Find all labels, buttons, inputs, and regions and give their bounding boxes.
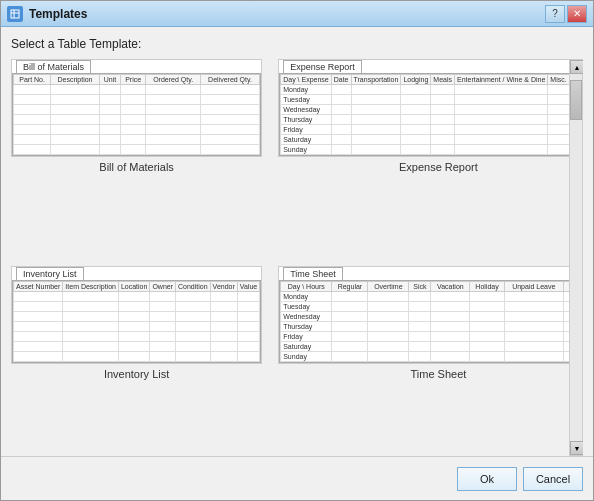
template-preview-bill-of-materials: Bill of Materials Part No. Description U…	[11, 59, 262, 157]
col-header: Date	[331, 75, 351, 85]
scrollbar-thumb[interactable]	[570, 80, 582, 120]
template-tab-bill-of-materials: Bill of Materials	[16, 60, 91, 73]
template-tab-time-sheet: Time Sheet	[283, 267, 343, 280]
scrollbar-track[interactable]: ▲ ▼	[569, 59, 583, 456]
help-button[interactable]: ?	[545, 5, 565, 23]
templates-scroll-area: Bill of Materials Part No. Description U…	[11, 59, 583, 456]
template-preview-time-sheet: Time Sheet Day \ Hours Regular Overtime …	[278, 266, 569, 364]
bottom-bar: Ok Cancel	[1, 456, 593, 500]
ok-button[interactable]: Ok	[457, 467, 517, 491]
scroll-down-button[interactable]: ▼	[570, 441, 583, 455]
window-icon	[7, 6, 23, 22]
col-header: Meals	[431, 75, 455, 85]
title-buttons: ? ✕	[545, 5, 587, 23]
col-header: Day \ Hours	[281, 281, 332, 291]
dialog-content: Select a Table Template: Bill of Materia…	[1, 27, 593, 456]
col-header: Holiday	[470, 281, 505, 291]
col-header: Unit	[99, 75, 120, 85]
template-item-bill-of-materials[interactable]: Bill of Materials Part No. Description U…	[11, 59, 262, 250]
template-item-inventory-list[interactable]: Inventory List Asset Number Item Descrip…	[11, 266, 262, 457]
col-header: Description	[51, 75, 100, 85]
col-header: Ordered Qty.	[146, 75, 201, 85]
template-preview-inventory-list: Inventory List Asset Number Item Descrip…	[11, 266, 262, 364]
templates-dialog: Templates ? ✕ Select a Table Template: B…	[0, 0, 594, 501]
template-item-expense-report[interactable]: Expense Report Day \ Expense Date Transp…	[278, 59, 569, 250]
col-header: Part No.	[14, 75, 51, 85]
col-header: Item Description	[63, 281, 119, 291]
col-header: Vacation	[431, 281, 470, 291]
col-header: Value	[237, 281, 259, 291]
col-header: Regular	[332, 281, 368, 291]
col-header: Location	[118, 281, 149, 291]
template-label-bill-of-materials: Bill of Materials	[99, 161, 174, 173]
col-header: Asset Number	[14, 281, 63, 291]
col-header: Day \ Expense	[281, 75, 332, 85]
window-title: Templates	[29, 7, 545, 21]
col-header: Owner	[150, 281, 176, 291]
template-item-time-sheet[interactable]: Time Sheet Day \ Hours Regular Overtime …	[278, 266, 569, 457]
col-header: Transportation	[351, 75, 401, 85]
template-tab-inventory-list: Inventory List	[16, 267, 84, 280]
svg-rect-0	[11, 10, 19, 18]
template-tab-expense-report: Expense Report	[283, 60, 362, 73]
templates-grid: Bill of Materials Part No. Description U…	[11, 59, 569, 456]
title-bar: Templates ? ✕	[1, 1, 593, 27]
col-header: Delivered Qty.	[200, 75, 259, 85]
col-header: Condition	[176, 281, 211, 291]
col-header: Overtime	[368, 281, 409, 291]
cancel-button[interactable]: Cancel	[523, 467, 583, 491]
select-label: Select a Table Template:	[11, 37, 583, 51]
template-label-inventory-list: Inventory List	[104, 368, 169, 380]
template-label-expense-report: Expense Report	[399, 161, 478, 173]
col-header: Lodging	[401, 75, 431, 85]
close-button[interactable]: ✕	[567, 5, 587, 23]
col-header: Unpaid Leave	[504, 281, 563, 291]
col-header: Price	[120, 75, 145, 85]
col-header: Vendor	[210, 281, 237, 291]
template-preview-expense-report: Expense Report Day \ Expense Date Transp…	[278, 59, 569, 157]
template-label-time-sheet: Time Sheet	[410, 368, 466, 380]
scroll-up-button[interactable]: ▲	[570, 60, 583, 74]
col-header: Entertainment / Wine & Dine	[455, 75, 548, 85]
col-header: Misc.	[548, 75, 569, 85]
col-header: Sick	[409, 281, 431, 291]
